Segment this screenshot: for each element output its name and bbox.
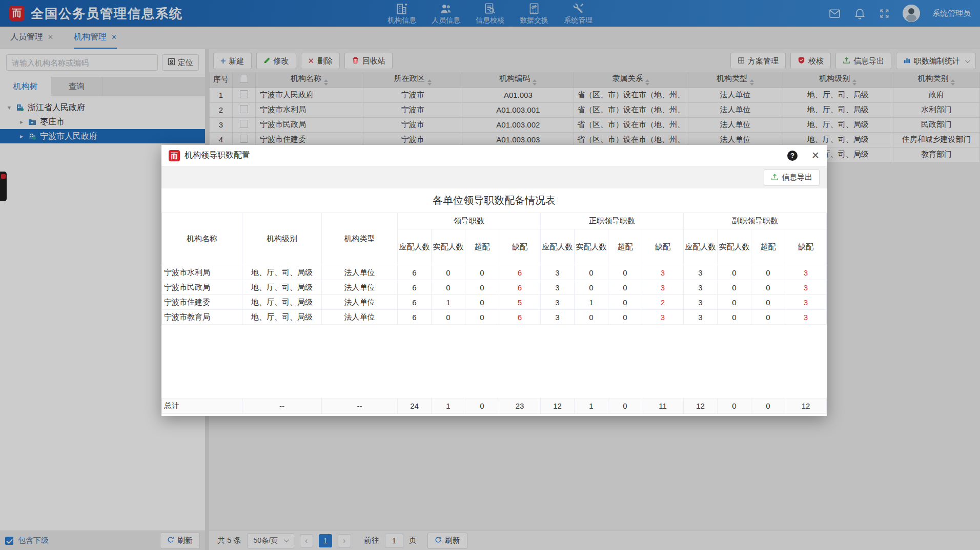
modal-sub-header: 实配人数 [718, 229, 751, 265]
leader-position-modal: 而 机构领导职数配置 ? ✕ 信息导出 各单位领导职数配备情况表 机构名称机构 [161, 145, 827, 416]
cell-level: 地、厅、司、局级 [242, 295, 322, 310]
cell-value: 3 [541, 310, 575, 325]
cell-level: 地、厅、司、局级 [242, 265, 322, 280]
cell-value: 3 [785, 310, 827, 325]
app-window: 而 全国公务员管理信息系统 机构信息人员信息信息校核数据交换系统管理 系统管理员… [0, 0, 980, 550]
modal-header: 而 机构领导职数配置 ? ✕ [161, 145, 827, 166]
modal-table-row: 宁波市住建委地、厅、司、局级法人单位610531023003 [162, 295, 827, 310]
cell-value: 3 [684, 265, 718, 280]
cell-value: 0 [465, 280, 499, 295]
modal-head-row1: 机构名称机构级别机构类型领导职数正职领导职数副职领导职数 [162, 213, 827, 229]
cell-value: 2 [642, 295, 684, 310]
total-value: 11 [642, 398, 684, 414]
modal-sub-header: 超配 [465, 229, 499, 265]
cell-org-name: 宁波市教育局 [162, 310, 242, 325]
cell-value: 3 [684, 295, 718, 310]
modal-title: 机构领导职数配置 [185, 150, 250, 161]
cell-level: 地、厅、司、局级 [242, 310, 322, 325]
cell-value: 0 [751, 295, 785, 310]
cell-value: 5 [499, 295, 541, 310]
cell-value: 0 [608, 310, 642, 325]
cell-value: 3 [785, 295, 827, 310]
total-value: 0 [718, 398, 751, 414]
total-value: 0 [751, 398, 785, 414]
cell-value: 3 [684, 310, 718, 325]
modal-sub-header: 缺配 [642, 229, 684, 265]
cell-value: 0 [718, 295, 751, 310]
cell-value: 3 [541, 265, 575, 280]
cell-value: 0 [575, 310, 608, 325]
total-value: 0 [465, 398, 499, 414]
help-icon[interactable]: ? [787, 151, 798, 161]
total-value: 1 [575, 398, 608, 414]
total-value: 12 [684, 398, 718, 414]
leader-position-total-table: 总计----241023121011120012 [161, 398, 827, 414]
cell-value: 0 [465, 265, 499, 280]
cell-value: 0 [751, 310, 785, 325]
modal-sub-header: 缺配 [499, 229, 541, 265]
modal-col-header: 机构级别 [242, 213, 322, 265]
modal-table-row: 宁波市民政局地、厅、司、局级法人单位600630033003 [162, 280, 827, 295]
cell-value: 3 [642, 265, 684, 280]
modal-logo-icon: 而 [169, 150, 180, 161]
cell-value: 6 [499, 280, 541, 295]
cell-value: 0 [608, 265, 642, 280]
total-value: 24 [398, 398, 432, 414]
cell-value: 6 [398, 295, 432, 310]
cell-level: 地、厅、司、局级 [242, 280, 322, 295]
cell-type: 法人单位 [322, 265, 398, 280]
cell-value: 0 [575, 280, 608, 295]
cell-value: 1 [575, 295, 608, 310]
modal-table-body: 宁波市水利局地、厅、司、局级法人单位600630033003宁波市民政局地、厅、… [162, 265, 827, 325]
cell-org-name: 宁波市水利局 [162, 265, 242, 280]
modal-group-header: 副职领导职数 [684, 213, 827, 229]
cell-type: 法人单位 [322, 295, 398, 310]
total-value: 23 [499, 398, 541, 414]
cell-value: 0 [432, 265, 465, 280]
modal-sub-header: 应配人数 [541, 229, 575, 265]
report-title: 各单位领导职数配备情况表 [161, 188, 827, 213]
cell-value: 6 [398, 265, 432, 280]
cell-value: 1 [432, 295, 465, 310]
cell-value: 0 [608, 280, 642, 295]
cell-value: 0 [718, 280, 751, 295]
cell-value: 3 [541, 280, 575, 295]
cell-value: 0 [465, 295, 499, 310]
cell-value: 0 [751, 265, 785, 280]
cell-value: 0 [465, 310, 499, 325]
cell-value: 3 [642, 310, 684, 325]
cell-value: 0 [608, 295, 642, 310]
modal-col-header: 机构类型 [322, 213, 398, 265]
cell-value: 6 [398, 310, 432, 325]
cell-value: 0 [432, 280, 465, 295]
cell-value: 0 [718, 310, 751, 325]
total-value: 12 [785, 398, 827, 414]
cell-value: 0 [575, 265, 608, 280]
cell-value: 3 [785, 265, 827, 280]
modal-table-row: 宁波市教育局地、厅、司、局级法人单位600630033003 [162, 310, 827, 325]
modal-table-row: 宁波市水利局地、厅、司、局级法人单位600630033003 [162, 265, 827, 280]
total-value: 12 [541, 398, 575, 414]
cell-type: 法人单位 [322, 310, 398, 325]
cell-value: 3 [785, 280, 827, 295]
close-icon[interactable]: ✕ [811, 151, 820, 160]
cell-value: 3 [684, 280, 718, 295]
cell-value: 3 [642, 280, 684, 295]
modal-sub-header: 超配 [751, 229, 785, 265]
modal-group-header: 正职领导职数 [541, 213, 684, 229]
total-label: 总计 [162, 398, 242, 414]
modal-export-button[interactable]: 信息导出 [764, 170, 820, 186]
modal-total-row: 总计----241023121011120012 [162, 398, 827, 414]
modal-sub-header: 应配人数 [684, 229, 718, 265]
modal-toolbar: 信息导出 [161, 166, 827, 188]
modal-sub-header: 应配人数 [398, 229, 432, 265]
modal-sub-header: 缺配 [785, 229, 827, 265]
modal-sub-header: 实配人数 [432, 229, 465, 265]
cell-value: 0 [718, 265, 751, 280]
cell-org-name: 宁波市民政局 [162, 280, 242, 295]
modal-group-header: 领导职数 [398, 213, 541, 229]
total-value: 0 [608, 398, 642, 414]
cell-type: 法人单位 [322, 280, 398, 295]
cell-value: 6 [398, 280, 432, 295]
modal-sub-header: 超配 [608, 229, 642, 265]
